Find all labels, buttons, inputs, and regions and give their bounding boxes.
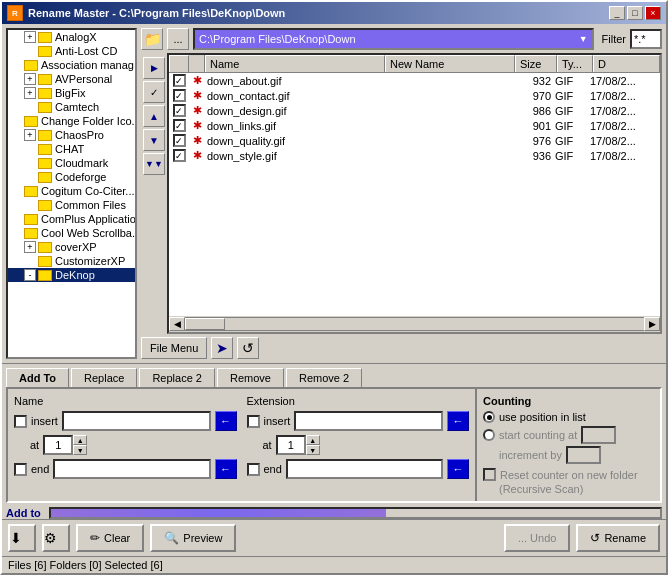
counting-start-input[interactable] bbox=[581, 426, 616, 444]
browse-button[interactable]: ... bbox=[167, 28, 189, 50]
check-icon: ✓ bbox=[143, 81, 165, 103]
counting-radio-2[interactable] bbox=[483, 429, 495, 441]
maximize-button[interactable]: □ bbox=[627, 6, 643, 20]
newname-col-header[interactable]: New Name bbox=[385, 55, 515, 72]
type-col-header[interactable]: Ty... bbox=[557, 55, 593, 72]
settings-button[interactable]: ⚙ bbox=[42, 524, 70, 552]
filter-input[interactable] bbox=[630, 29, 662, 49]
ext-insert-input[interactable] bbox=[294, 411, 443, 431]
tree-item[interactable]: Change Folder Ico... bbox=[8, 114, 135, 128]
select-all-button[interactable]: ▶ bbox=[143, 57, 165, 79]
ext-at-down-button[interactable]: ▼ bbox=[306, 445, 320, 455]
ext-insert-checkbox[interactable] bbox=[247, 415, 260, 428]
tree-item[interactable]: +coverXP bbox=[8, 240, 135, 254]
table-row[interactable]: ✓ ✱ down_design.gif 986 GIF 17/08/2... bbox=[169, 103, 660, 118]
name-col-header[interactable]: Name bbox=[205, 55, 385, 72]
tree-item[interactable]: Cloudmark bbox=[8, 156, 135, 170]
ext-at-input[interactable] bbox=[276, 435, 306, 455]
scroll-right-button[interactable]: ▶ bbox=[644, 317, 660, 331]
tree-item[interactable]: +BigFix bbox=[8, 86, 135, 100]
table-row[interactable]: ✓ ✱ down_quality.gif 976 GIF 17/08/2... bbox=[169, 133, 660, 148]
counting-radio-1[interactable] bbox=[483, 411, 495, 423]
tab-replace[interactable]: Replace bbox=[71, 368, 137, 387]
name-end-arrow[interactable]: ← bbox=[215, 459, 237, 479]
main-window: R Rename Master - C:\Program Files\DeKno… bbox=[0, 0, 668, 575]
undo-button[interactable]: ... Undo bbox=[504, 524, 571, 552]
table-row[interactable]: ✓ ✱ down_contact.gif 970 GIF 17/08/2... bbox=[169, 88, 660, 103]
h-scrollbar-thumb[interactable] bbox=[185, 318, 225, 330]
tree-item[interactable]: ComPlus Applicatio... bbox=[8, 212, 135, 226]
refresh-button[interactable]: ↺ bbox=[237, 337, 259, 359]
ext-end-checkbox[interactable] bbox=[247, 463, 260, 476]
row-checkbox[interactable]: ✓ bbox=[173, 89, 186, 102]
file-menu-button[interactable]: File Menu bbox=[141, 337, 207, 359]
tab-add-to[interactable]: Add To bbox=[6, 368, 69, 387]
tree-item[interactable]: Common Files bbox=[8, 198, 135, 212]
name-at-input[interactable] bbox=[43, 435, 73, 455]
table-row[interactable]: ✓ ✱ down_about.gif 932 GIF 17/08/2... bbox=[169, 73, 660, 88]
ext-end-input[interactable] bbox=[286, 459, 443, 479]
minimize-button[interactable]: _ bbox=[609, 6, 625, 20]
tree-item[interactable]: +ChaosPro bbox=[8, 128, 135, 142]
move-down-button[interactable]: ▼ bbox=[143, 129, 165, 151]
size-col-header[interactable]: Size bbox=[515, 55, 557, 72]
date-col-header[interactable]: D bbox=[593, 55, 660, 72]
tab-remove-2[interactable]: Remove 2 bbox=[286, 368, 362, 387]
table-row[interactable]: ✓ ✱ down_style.gif 936 GIF 17/08/2... bbox=[169, 148, 660, 163]
name-at-down-button[interactable]: ▼ bbox=[73, 445, 87, 455]
file-size-cell: 970 bbox=[515, 90, 555, 102]
row-checkbox[interactable]: ✓ bbox=[173, 149, 186, 162]
preview-button[interactable]: 🔍 Preview bbox=[150, 524, 236, 552]
tree-expand-icon[interactable]: - bbox=[24, 269, 36, 281]
h-scrollbar[interactable]: ◀ ▶ bbox=[169, 316, 660, 332]
name-at-up-button[interactable]: ▲ bbox=[73, 435, 87, 445]
tab-replace-2[interactable]: Replace 2 bbox=[139, 368, 215, 387]
address-bar[interactable]: C:\Program Files\DeKnop\Down ▼ bbox=[193, 28, 594, 50]
tree-expand-icon[interactable]: + bbox=[24, 129, 36, 141]
move-up-button[interactable]: ▲ bbox=[143, 105, 165, 127]
table-row[interactable]: ✓ ✱ down_links.gif 901 GIF 17/08/2... bbox=[169, 118, 660, 133]
tree-item[interactable]: CHAT bbox=[8, 142, 135, 156]
tab-remove[interactable]: Remove bbox=[217, 368, 284, 387]
tree-expand-icon[interactable]: + bbox=[24, 87, 36, 99]
move-bottom-button[interactable]: ▼▼ bbox=[143, 153, 165, 175]
rename-button[interactable]: ↺ Rename bbox=[576, 524, 660, 552]
tree-item[interactable]: CustomizerXP bbox=[8, 254, 135, 268]
row-checkbox[interactable]: ✓ bbox=[173, 74, 186, 87]
name-end-input[interactable] bbox=[53, 459, 210, 479]
ext-end-arrow[interactable]: ← bbox=[447, 459, 469, 479]
close-button[interactable]: × bbox=[645, 6, 661, 20]
tree-item[interactable]: Codeforge bbox=[8, 170, 135, 184]
tree-item[interactable]: +AnalogX bbox=[8, 30, 135, 44]
tree-item[interactable]: Camtech bbox=[8, 100, 135, 114]
send-button[interactable]: ➤ bbox=[211, 337, 233, 359]
counting-increment-input[interactable] bbox=[566, 446, 601, 464]
tree-item[interactable]: Cool Web Scrollba... bbox=[8, 226, 135, 240]
file-list-body[interactable]: ✓ ✱ down_about.gif 932 GIF 17/08/2... ✓ … bbox=[169, 73, 660, 316]
tree-item[interactable]: Association manag... bbox=[8, 58, 135, 72]
folder-up-button[interactable]: 📁 bbox=[141, 28, 163, 50]
name-end-checkbox[interactable] bbox=[14, 463, 27, 476]
name-insert-checkbox[interactable] bbox=[14, 415, 27, 428]
row-checkbox[interactable]: ✓ bbox=[173, 134, 186, 147]
ext-at-up-button[interactable]: ▲ bbox=[306, 435, 320, 445]
ext-insert-arrow[interactable]: ← bbox=[447, 411, 469, 431]
counting-reset-checkbox[interactable] bbox=[483, 468, 496, 481]
help-button[interactable]: ⬇ bbox=[8, 524, 36, 552]
folder-icon bbox=[38, 102, 52, 113]
row-checkbox[interactable]: ✓ bbox=[173, 104, 186, 117]
tree-expand-icon[interactable]: + bbox=[24, 31, 36, 43]
tree-item[interactable]: Cogitum Co-Citer... bbox=[8, 184, 135, 198]
tree-item[interactable]: +AVPersonal bbox=[8, 72, 135, 86]
tree-item[interactable]: -DeKnop bbox=[8, 268, 135, 282]
row-checkbox[interactable]: ✓ bbox=[173, 119, 186, 132]
tree-item[interactable]: Anti-Lost CD bbox=[8, 44, 135, 58]
tree-expand-icon[interactable]: + bbox=[24, 73, 36, 85]
file-name-cell: down_quality.gif bbox=[205, 135, 385, 147]
folder-tree[interactable]: +AnalogXAnti-Lost CDAssociation manag...… bbox=[8, 30, 135, 357]
clear-button[interactable]: ✏ Clear bbox=[76, 524, 144, 552]
name-insert-input[interactable] bbox=[62, 411, 211, 431]
tree-expand-icon[interactable]: + bbox=[24, 241, 36, 253]
scroll-left-button[interactable]: ◀ bbox=[169, 317, 185, 331]
name-insert-arrow[interactable]: ← bbox=[215, 411, 237, 431]
